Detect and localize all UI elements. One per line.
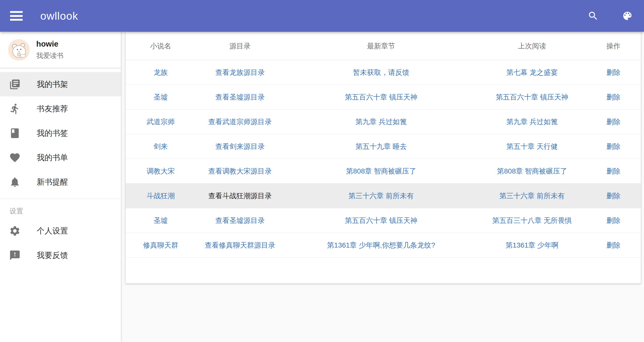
- user-subtitle: 我爱读书: [36, 51, 63, 60]
- latest-chapter-link[interactable]: 第1361章 少年啊,你想要几条龙纹?: [327, 241, 435, 249]
- table-body: 龙族 查看龙族源目录 暂未获取，请反馈 第七幕 龙之盛宴 删除 圣墟 查看圣墟源…: [126, 60, 641, 258]
- novel-link[interactable]: 斗战狂潮: [147, 192, 175, 200]
- delete-link[interactable]: 删除: [606, 93, 621, 101]
- search-icon[interactable]: [587, 10, 599, 22]
- directions-run-icon: [9, 103, 21, 115]
- novel-link[interactable]: 龙族: [154, 69, 168, 76]
- table-row: 龙族 查看龙族源目录 暂未获取，请反馈 第七幕 龙之盛宴 删除: [126, 60, 641, 85]
- feedback-icon: [9, 250, 21, 261]
- sidebar-item-bell[interactable]: 新书提醒: [0, 170, 121, 194]
- delete-link[interactable]: 删除: [606, 241, 621, 249]
- last-read-link[interactable]: 第808章 智商被碾压了: [497, 167, 567, 175]
- bookmark-book-icon: [9, 127, 21, 139]
- last-read-link[interactable]: 第五百三十八章 无所畏惧: [492, 217, 572, 224]
- app-title: owllook: [40, 10, 78, 22]
- novel-link[interactable]: 武道宗师: [147, 118, 175, 126]
- latest-chapter-link[interactable]: 第三十六章 前所未有: [348, 192, 414, 200]
- source-catalog-link[interactable]: 查看修真聊天群源目录: [205, 241, 275, 249]
- palette-icon[interactable]: [621, 10, 633, 22]
- sidebar-menu: 我的书架 书友推荐 我的书签 我的书单 新书提醒: [0, 68, 121, 194]
- novel-link[interactable]: 剑来: [154, 143, 168, 150]
- table-row: 调教大宋 查看调教大宋源目录 第808章 智商被碾压了 第808章 智商被碾压了…: [126, 159, 641, 184]
- last-read-link[interactable]: 第1361章 少年啊: [506, 241, 558, 249]
- source-catalog-link[interactable]: 查看斗战狂潮源目录: [208, 192, 272, 200]
- table-row: 修真聊天群 查看修真聊天群源目录 第1361章 少年啊,你想要几条龙纹? 第13…: [126, 233, 641, 258]
- column-header-lastread: 上次阅读: [478, 41, 586, 51]
- settings-subheader: 设置: [0, 199, 121, 219]
- gear-icon: [9, 225, 21, 237]
- source-catalog-link[interactable]: 查看圣墟源目录: [215, 217, 265, 224]
- source-catalog-link[interactable]: 查看剑来源目录: [215, 143, 265, 150]
- latest-chapter-link[interactable]: 第808章 智商被碾压了: [346, 167, 416, 175]
- last-read-link[interactable]: 第九章 兵过如篦: [506, 118, 558, 126]
- last-read-link[interactable]: 第五十章 天行健: [506, 143, 558, 150]
- delete-link[interactable]: 删除: [606, 143, 621, 150]
- delete-link[interactable]: 删除: [606, 192, 621, 200]
- sidebar-item-feedback[interactable]: 我要反馈: [0, 243, 121, 267]
- sidebar: howie 我爱读书 我的书架 书友推荐 我的书签 我的书单 新书提醒 设置 个…: [0, 32, 121, 342]
- source-catalog-link[interactable]: 查看武道宗师源目录: [208, 118, 272, 126]
- latest-chapter-link[interactable]: 第五十九章 睡去: [355, 143, 407, 150]
- user-profile: howie 我爱读书: [0, 32, 121, 68]
- sidebar-item-book[interactable]: 我的书签: [0, 121, 121, 145]
- column-header-latest: 最新章节: [284, 41, 478, 51]
- source-catalog-link[interactable]: 查看圣墟源目录: [215, 93, 265, 101]
- last-read-link[interactable]: 第七幕 龙之盛宴: [506, 69, 558, 76]
- latest-chapter-link[interactable]: 第九章 兵过如篦: [355, 118, 407, 126]
- sidebar-item-library[interactable]: 我的书架: [0, 72, 121, 96]
- library-books-icon: [9, 79, 21, 90]
- sidebar-item-heart[interactable]: 我的书单: [0, 145, 121, 170]
- source-catalog-link[interactable]: 查看调教大宋源目录: [208, 167, 272, 175]
- latest-chapter-link[interactable]: 暂未获取，请反馈: [353, 69, 409, 76]
- sidebar-item-run[interactable]: 书友推荐: [0, 96, 121, 121]
- sidebar-settings-menu: 个人设置 我要反馈: [0, 219, 121, 267]
- table-row: 圣墟 查看圣墟源目录 第五百六十章 镇压天神 第五百三十八章 无所畏惧 删除: [126, 208, 641, 233]
- bell-icon: [9, 176, 21, 188]
- novel-link[interactable]: 修真聊天群: [143, 241, 178, 249]
- hamster-avatar: [8, 39, 30, 61]
- delete-link[interactable]: 删除: [606, 69, 621, 76]
- last-read-link[interactable]: 第五百六十章 镇压天神: [496, 93, 568, 101]
- delete-link[interactable]: 删除: [606, 217, 621, 224]
- latest-chapter-link[interactable]: 第五百六十章 镇压天神: [345, 93, 417, 101]
- table-row: 斗战狂潮 查看斗战狂潮源目录 第三十六章 前所未有 第三十六章 前所未有 删除: [126, 184, 641, 208]
- delete-link[interactable]: 删除: [606, 118, 621, 126]
- bookshelf-card: 小说名 源目录 最新章节 上次阅读 操作 龙族 查看龙族源目录 暂未获取，请反馈…: [125, 32, 641, 284]
- column-header-action: 操作: [586, 41, 641, 51]
- delete-link[interactable]: 删除: [606, 167, 621, 175]
- table-row: 剑来 查看剑来源目录 第五十九章 睡去 第五十章 天行健 删除: [126, 134, 641, 159]
- novel-link[interactable]: 圣墟: [154, 217, 168, 224]
- user-name: howie: [36, 39, 63, 49]
- sidebar-item-gear[interactable]: 个人设置: [0, 219, 121, 243]
- table-row: 圣墟 查看圣墟源目录 第五百六十章 镇压天神 第五百六十章 镇压天神 删除: [126, 85, 641, 110]
- heart-icon: [9, 152, 21, 163]
- column-header-novel: 小说名: [126, 41, 196, 51]
- last-read-link[interactable]: 第三十六章 前所未有: [499, 192, 565, 200]
- menu-icon[interactable]: [10, 11, 23, 21]
- table-header-row: 小说名 源目录 最新章节 上次阅读 操作: [126, 32, 641, 60]
- novel-link[interactable]: 圣墟: [154, 93, 168, 101]
- app-header: owllook: [0, 0, 644, 32]
- latest-chapter-link[interactable]: 第五百六十章 镇压天神: [345, 217, 417, 224]
- table-row: 武道宗师 查看武道宗师源目录 第九章 兵过如篦 第九章 兵过如篦 删除: [126, 110, 641, 134]
- source-catalog-link[interactable]: 查看龙族源目录: [215, 69, 265, 76]
- novel-link[interactable]: 调教大宋: [147, 167, 175, 175]
- column-header-source: 源目录: [196, 41, 284, 51]
